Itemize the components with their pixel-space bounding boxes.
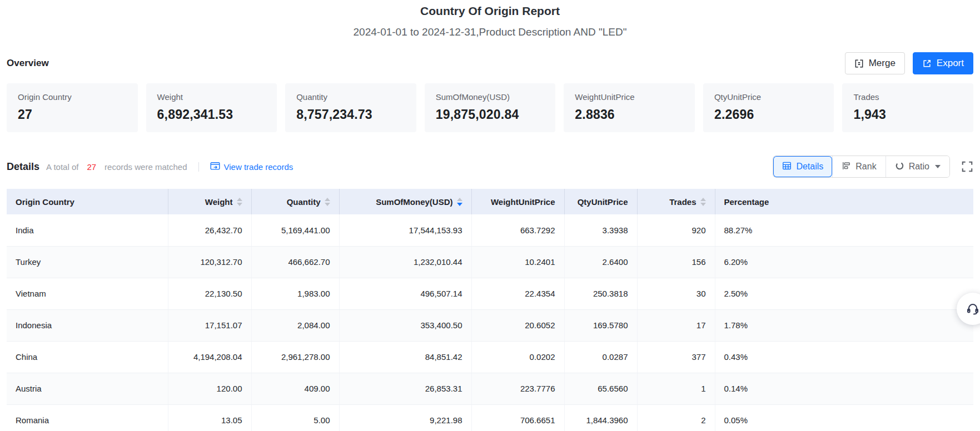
table-row: Romania13.055.009,221.98706.66511,844.39… xyxy=(7,404,973,431)
cell-qup: 1,844.3960 xyxy=(564,404,637,431)
column-label: Origin Country xyxy=(16,197,74,207)
export-button[interactable]: Export xyxy=(913,52,973,74)
column-header-qup: QtyUnitPrice xyxy=(564,189,637,214)
cell-trades: 17 xyxy=(637,309,715,341)
match-summary-prefix: A total of xyxy=(46,162,78,172)
tab-details[interactable]: Details xyxy=(773,156,832,177)
stat-card-value: 1,943 xyxy=(853,107,962,122)
details-bar: Details A total of 27 records were match… xyxy=(0,156,980,178)
cell-sum: 1,232,010.44 xyxy=(339,246,471,278)
cell-wup: 223.7776 xyxy=(471,373,564,404)
chevron-down-icon xyxy=(935,165,941,168)
column-header-trades[interactable]: Trades xyxy=(637,189,715,214)
cell-pct: 0.05% xyxy=(715,404,973,431)
cell-sum: 84,851.42 xyxy=(339,341,471,373)
stat-card-label: Weight xyxy=(157,92,266,102)
column-label: SumOfMoney(USD) xyxy=(376,197,452,207)
cell-trades: 1 xyxy=(637,373,715,404)
column-header-weight[interactable]: Weight xyxy=(168,189,251,214)
stat-card-value: 27 xyxy=(18,107,127,122)
cell-country: Romania xyxy=(7,404,168,431)
stat-card-value: 2.2696 xyxy=(714,107,823,122)
stat-card: QtyUnitPrice 2.2696 xyxy=(703,83,834,132)
stat-card-label: SumOfMoney(USD) xyxy=(436,92,545,102)
overview-heading: Overview xyxy=(7,58,49,69)
ratio-icon xyxy=(895,161,904,173)
page-title: Country Of Origin Report xyxy=(0,0,980,18)
cell-weight: 22,130.50 xyxy=(168,278,251,309)
merge-button[interactable]: Merge xyxy=(845,52,905,74)
column-label: Weight xyxy=(205,197,233,207)
cell-qup: 169.5780 xyxy=(564,309,637,341)
cell-wup: 706.6651 xyxy=(471,404,564,431)
column-label: Quantity xyxy=(287,197,321,207)
cell-quantity: 1,983.00 xyxy=(251,278,339,309)
cell-sum: 26,853.31 xyxy=(339,373,471,404)
stat-card: Origin Country 27 xyxy=(7,83,138,132)
cell-quantity: 466,662.70 xyxy=(251,246,339,278)
rank-icon xyxy=(842,161,851,173)
overview-bar: Overview Merge Export xyxy=(0,52,980,74)
cell-trades: 920 xyxy=(637,214,715,246)
stat-card-value: 8,757,234.73 xyxy=(296,107,405,122)
column-header-wup: WeightUnitPrice xyxy=(471,189,564,214)
details-heading: Details xyxy=(7,161,39,173)
stat-card: Trades 1,943 xyxy=(842,83,973,132)
cell-quantity: 2,961,278.00 xyxy=(251,341,339,373)
sort-icon[interactable] xyxy=(237,198,242,206)
cell-weight: 13.05 xyxy=(168,404,251,431)
cell-trades: 2 xyxy=(637,404,715,431)
cell-qup: 3.3938 xyxy=(564,214,637,246)
cell-country: Vietnam xyxy=(7,278,168,309)
export-button-label: Export xyxy=(937,58,964,69)
cell-wup: 663.7292 xyxy=(471,214,564,246)
cell-country: India xyxy=(7,214,168,246)
column-header-sum[interactable]: SumOfMoney(USD) xyxy=(339,189,471,214)
stat-card-value: 6,892,341.53 xyxy=(157,107,266,122)
stat-card: Quantity 8,757,234.73 xyxy=(285,83,416,132)
table-row: Indonesia17,151.072,084.00353,400.5020.6… xyxy=(7,309,973,341)
tab-ratio-label: Ratio xyxy=(909,162,929,172)
table-header-row: Origin CountryWeightQuantitySumOfMoney(U… xyxy=(7,189,973,214)
cell-qup: 0.0287 xyxy=(564,341,637,373)
cell-pct: 1.78% xyxy=(715,309,973,341)
cell-qup: 65.6560 xyxy=(564,373,637,404)
trade-records-icon xyxy=(210,162,220,172)
column-label: WeightUnitPrice xyxy=(491,197,555,207)
cell-pct: 0.14% xyxy=(715,373,973,404)
cell-pct: 2.50% xyxy=(715,278,973,309)
cell-trades: 30 xyxy=(637,278,715,309)
table-row: Vietnam22,130.501,983.00496,507.1422.435… xyxy=(7,278,973,309)
cell-quantity: 409.00 xyxy=(251,373,339,404)
tab-ratio[interactable]: Ratio xyxy=(886,156,949,177)
column-label: QtyUnitPrice xyxy=(578,197,628,207)
cell-country: Indonesia xyxy=(7,309,168,341)
match-summary-suffix: records were matched xyxy=(105,162,187,172)
stat-card-value: 19,875,020.84 xyxy=(436,107,545,122)
table-row: India26,432.705,169,441.0017,544,153.936… xyxy=(7,214,973,246)
sort-icon[interactable] xyxy=(700,198,706,206)
cell-wup: 22.4354 xyxy=(471,278,564,309)
cell-wup: 20.6052 xyxy=(471,309,564,341)
sort-icon[interactable] xyxy=(457,198,462,206)
cell-country: Turkey xyxy=(7,246,168,278)
table-icon xyxy=(782,161,792,173)
cell-pct: 0.43% xyxy=(715,341,973,373)
table-row: China4,194,208.042,961,278.0084,851.420.… xyxy=(7,341,973,373)
cell-sum: 353,400.50 xyxy=(339,309,471,341)
headset-icon xyxy=(965,300,980,318)
cell-quantity: 5.00 xyxy=(251,404,339,431)
column-header-country: Origin Country xyxy=(7,189,168,214)
sort-icon[interactable] xyxy=(325,198,330,206)
tab-rank-label: Rank xyxy=(855,162,876,172)
cell-trades: 156 xyxy=(637,246,715,278)
fullscreen-button[interactable] xyxy=(961,161,973,173)
merge-icon xyxy=(854,59,864,68)
tab-rank[interactable]: Rank xyxy=(832,156,885,177)
column-header-quantity[interactable]: Quantity xyxy=(251,189,339,214)
cell-pct: 6.20% xyxy=(715,246,973,278)
view-trade-records-link[interactable]: View trade records xyxy=(210,162,293,172)
cell-quantity: 5,169,441.00 xyxy=(251,214,339,246)
cell-sum: 17,544,153.93 xyxy=(339,214,471,246)
cell-wup: 10.2401 xyxy=(471,246,564,278)
